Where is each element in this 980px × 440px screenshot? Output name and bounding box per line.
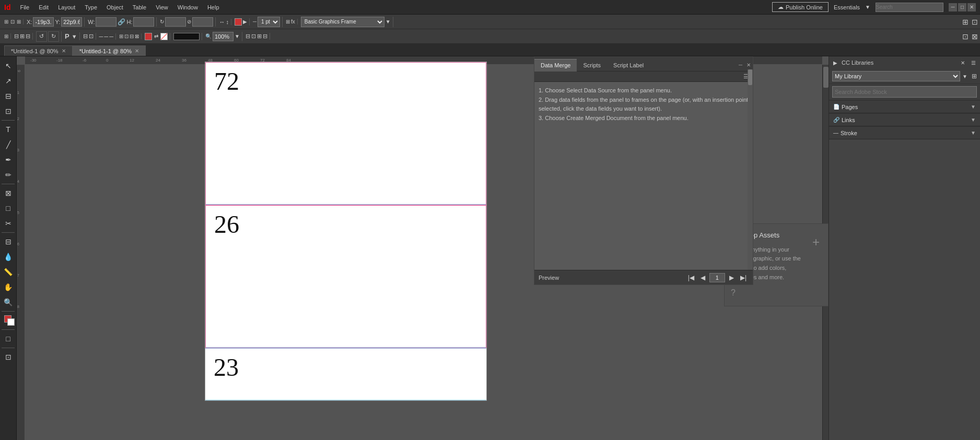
y-input[interactable] (61, 17, 82, 27)
align-center-icon[interactable]: ⊞ (20, 33, 25, 40)
undo-button[interactable]: ↺ (36, 31, 47, 42)
more-tools-icon[interactable]: ⊡ (1, 350, 16, 364)
scroll-thumb[interactable] (823, 67, 829, 88)
stroke-chevron[interactable]: ▼ (971, 130, 976, 136)
dm-scroll-thumb[interactable] (748, 69, 752, 85)
view-ctrl4[interactable]: ⊟ (263, 33, 267, 40)
cc-collapse-icon[interactable]: ▶ (833, 60, 837, 66)
cc-search-input[interactable] (832, 86, 977, 98)
cc-grid-icon[interactable]: ⊞ (972, 73, 977, 80)
w-input[interactable] (96, 17, 116, 27)
dm-scrollbar[interactable] (748, 69, 753, 270)
dm-first-page-btn[interactable]: |◀ (686, 273, 696, 282)
page-tool[interactable]: ⊟ (1, 89, 16, 103)
view-ctrl2[interactable]: ⊡ (251, 33, 256, 40)
x-input[interactable] (33, 17, 54, 27)
dm-tab-datamerge[interactable]: Data Merge (534, 59, 577, 72)
dm-next-page-btn[interactable]: ▶ (727, 273, 736, 282)
measure-tool[interactable]: 📏 (1, 265, 16, 279)
free-transform-tool[interactable]: ⊟ (1, 234, 16, 249)
dist-h-icon[interactable]: ⊟ (83, 33, 88, 40)
align-left-icon[interactable]: ⊟ (14, 33, 19, 40)
tab-untitled1-close[interactable]: ✕ (62, 48, 66, 54)
h-input[interactable] (133, 17, 154, 27)
dm-tab-scriptlabel[interactable]: Script Label (607, 59, 650, 72)
stroke-panel-header[interactable]: — Stroke ▼ (829, 127, 980, 139)
eyedropper-tool[interactable]: 💧 (1, 249, 16, 264)
redo-button[interactable]: ↻ (48, 31, 59, 42)
dm-page-input[interactable] (709, 273, 725, 282)
constrain-icon[interactable]: 🔗 (118, 18, 125, 26)
rotation-input[interactable] (165, 17, 186, 27)
scissors-tool[interactable]: ✂ (1, 216, 16, 231)
frame-type-chevron[interactable]: ▼ (386, 19, 391, 25)
pencil-tool[interactable]: ✏ (1, 168, 16, 182)
menu-view[interactable]: View (151, 3, 172, 11)
menu-file[interactable]: File (16, 3, 33, 11)
zoom-input[interactable] (213, 32, 234, 41)
dm-tab-scripts[interactable]: Scripts (577, 59, 607, 72)
cc-library-select[interactable]: My Library (832, 71, 960, 81)
view-ctrl3[interactable]: ⊞ (257, 33, 262, 40)
direct-selection-tool[interactable]: ↗ (1, 74, 16, 88)
zoom-chevron[interactable]: ▼ (235, 33, 240, 39)
close-button[interactable]: ✕ (967, 3, 976, 11)
fill-color-box[interactable] (235, 18, 242, 26)
flip-v-icon[interactable]: ↕ (226, 19, 229, 25)
pages-panel-header[interactable]: 📄 Pages ▼ (829, 101, 980, 113)
text-frame-chevron[interactable]: ▼ (72, 33, 77, 40)
menu-edit[interactable]: Edit (34, 3, 53, 11)
menu-help[interactable]: Help (203, 3, 224, 11)
dnd-plus-icon[interactable]: + (812, 232, 820, 252)
dm-last-page-btn[interactable]: ▶| (738, 273, 749, 282)
hand-tool[interactable]: ✋ (1, 280, 16, 294)
selection-tool[interactable]: ↖ (1, 58, 16, 73)
minimize-button[interactable]: ─ (949, 3, 957, 11)
stroke-swap-icon[interactable]: ⇄ (154, 33, 158, 39)
menu-object[interactable]: Object (102, 3, 127, 11)
dnd-help-icon[interactable]: ? (731, 286, 822, 300)
tab-untitled1[interactable]: *Untitled-1 @ 80% ✕ (4, 45, 73, 56)
zoom-tool[interactable]: 🔍 (1, 295, 16, 310)
shear-input[interactable] (192, 17, 213, 27)
frame-type-select[interactable]: Basic Graphics Frame (301, 17, 384, 27)
view-options-icon[interactable]: ⊡ (972, 18, 978, 26)
menu-layout[interactable]: Layout (54, 3, 79, 11)
gap-tool[interactable]: ⊡ (1, 104, 16, 118)
essentials-chevron[interactable]: ▼ (865, 4, 870, 10)
panel-toggle-icon[interactable]: ⊞ (962, 18, 969, 26)
pages-chevron[interactable]: ▼ (971, 104, 976, 110)
type-tool[interactable]: T (1, 122, 16, 137)
dm-collapse-icon[interactable]: ─ (739, 62, 742, 68)
fill-none-box[interactable] (160, 33, 168, 40)
links-panel-header[interactable]: 🔗 Links ▼ (829, 114, 980, 126)
stroke-color-box[interactable] (145, 33, 152, 40)
view-ctrl1[interactable]: ⊟ (246, 33, 250, 40)
align-right-icon[interactable]: ⊟ (26, 33, 30, 40)
search-input-top[interactable] (876, 3, 943, 12)
dm-close-icon[interactable]: ✕ (746, 62, 751, 68)
cc-menu-icon[interactable]: ☰ (971, 60, 976, 66)
pen-tool[interactable]: ✒ (1, 152, 16, 167)
links-chevron[interactable]: ▼ (971, 117, 976, 123)
rectangle-tool[interactable]: □ (1, 201, 16, 216)
stroke-weight-select[interactable]: 1 pt (258, 17, 280, 27)
essentials-label[interactable]: Essentials (830, 4, 864, 10)
dm-prev-page-btn[interactable]: ◀ (698, 273, 707, 282)
view-extra-icon[interactable]: ⊡ (962, 32, 969, 41)
cc-close-icon[interactable]: ✕ (961, 60, 965, 66)
fill-stroke-icon[interactable] (1, 313, 16, 328)
cc-lib-chevron[interactable]: ▼ (962, 74, 967, 79)
line-tool[interactable]: ╱ (1, 137, 16, 152)
menu-type[interactable]: Type (80, 3, 101, 11)
tab-untitled1-1-close[interactable]: ✕ (135, 48, 139, 54)
tab-untitled1-1[interactable]: *Untitled-1-1 @ 80% ✕ (73, 45, 146, 56)
menu-window[interactable]: Window (173, 3, 202, 11)
normal-view-icon[interactable]: □ (1, 331, 16, 346)
maximize-button[interactable]: □ (958, 3, 966, 11)
flip-h-icon[interactable]: ↔ (219, 19, 225, 25)
rectangle-frame-tool[interactable]: ⊠ (1, 186, 16, 200)
publish-online-button[interactable]: ☁ Publish Online (772, 2, 829, 12)
menu-table[interactable]: Table (129, 3, 150, 11)
dist-v-icon[interactable]: ⊡ (89, 33, 94, 40)
